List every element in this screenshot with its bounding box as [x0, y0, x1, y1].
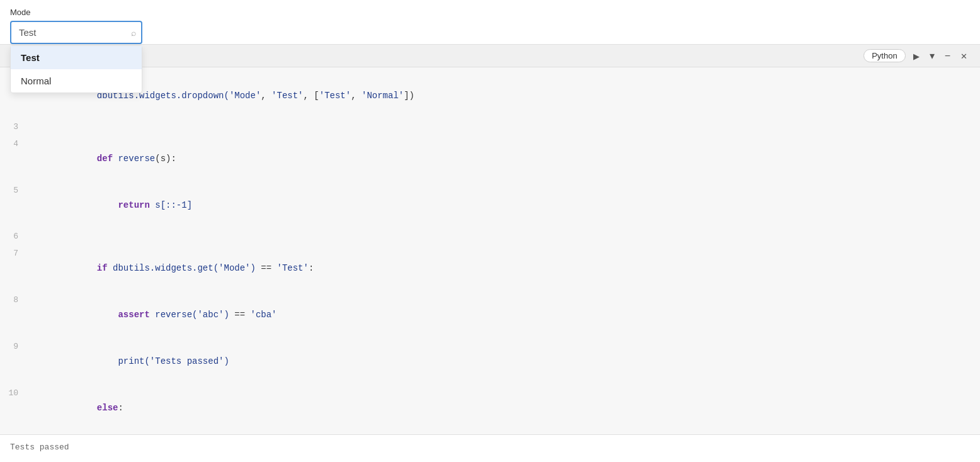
code-token: reverse( [155, 310, 197, 320]
code-token: , [ [304, 91, 319, 101]
line-number: 4 [0, 137, 28, 152]
line-content: assert reverse('abc') == 'cba' [28, 292, 980, 337]
line-content: dbutils.widgets.dropdown('Mode', 'Test',… [28, 73, 980, 118]
line-number: 3 [0, 120, 28, 135]
line-number: 6 [0, 229, 28, 244]
code-token: ) [251, 263, 256, 273]
close-button[interactable] [958, 50, 970, 62]
line-content: def reverse(s): [28, 136, 980, 181]
cell-toolbar: Python [0, 45, 980, 67]
line-number: 9 [0, 339, 28, 354]
output-area: Tests passed [0, 434, 980, 462]
dropdown-item-test[interactable]: Test [11, 46, 142, 69]
notebook-area: Python 2 d [0, 44, 980, 462]
code-token: else [97, 403, 118, 413]
code-token: , [351, 91, 362, 101]
code-token: 'Test' [277, 263, 309, 273]
code-token: print( [118, 356, 149, 366]
code-token: == [256, 263, 277, 273]
code-editor[interactable]: 2 dbutils.widgets.dropdown('Mode', 'Test… [0, 67, 980, 434]
line-number: 5 [0, 183, 28, 198]
code-token: 'Mode' [219, 263, 250, 273]
code-line: 3 [0, 119, 980, 135]
code-line: 4 def reverse(s): [0, 135, 980, 182]
code-token: 'Mode' [229, 91, 261, 101]
code-line: 5 return s[::-1] [0, 182, 980, 228]
line-content: print('Tests passed') [28, 339, 980, 384]
search-icon: ⌕ [131, 28, 136, 38]
widget-input-container: ⌕ Test Normal [10, 21, 142, 44]
run-button[interactable] [911, 50, 922, 62]
code-line: 8 assert reverse('abc') == 'cba' [0, 291, 980, 338]
code-token: (s): [155, 154, 176, 164]
line-content: else: [28, 385, 980, 431]
code-token: dbutils.widgets.get( [113, 263, 219, 273]
code-line: 10 else: [0, 385, 980, 431]
code-token: : [309, 263, 314, 273]
code-token: : [118, 403, 123, 413]
chevron-down-icon [930, 50, 935, 62]
line-number: 8 [0, 293, 28, 308]
mode-dropdown: Test Normal [10, 45, 142, 93]
dropdown-item-normal[interactable]: Normal [11, 69, 142, 93]
code-line: 6 [0, 228, 980, 245]
code-token: , [261, 91, 271, 101]
code-token: == [229, 310, 251, 320]
code-token: if [97, 263, 113, 273]
code-token: return [97, 200, 155, 210]
code-line: 7 if dbutils.widgets.get('Mode') == 'Tes… [0, 245, 980, 291]
line-content: return s[::-1] [28, 183, 980, 228]
minimize-button[interactable] [942, 49, 953, 63]
code-line: 2 dbutils.widgets.dropdown('Mode', 'Test… [0, 72, 980, 119]
close-icon [960, 51, 967, 61]
mode-search-input[interactable] [10, 21, 142, 44]
code-token: ) [224, 310, 229, 320]
code-token: 'abc' [197, 310, 224, 320]
code-token: 'Normal' [362, 91, 404, 101]
code-token: def [97, 154, 118, 164]
widget-area: Mode ⌕ Test Normal [0, 0, 980, 44]
page-container: Mode ⌕ Test Normal Python [0, 0, 980, 462]
line-number: 10 [0, 386, 28, 401]
line-number: 7 [0, 246, 28, 261]
minimize-icon [945, 50, 950, 62]
code-token: 'cba' [251, 310, 277, 320]
code-token [97, 356, 118, 366]
run-icon [913, 51, 920, 61]
widget-label: Mode [10, 8, 970, 17]
code-token: 'Test' [319, 91, 351, 101]
code-token: reverse [118, 154, 155, 164]
code-token: 'Test' [271, 91, 303, 101]
code-line: 9 print('Tests passed') [0, 338, 980, 385]
code-token: s[::-1] [155, 200, 192, 210]
code-token: 'Tests passed' [150, 356, 224, 366]
code-token: ) [224, 356, 229, 366]
output-text: Tests passed [10, 442, 69, 452]
code-token: assert [97, 310, 155, 320]
cell-container: Python 2 d [0, 45, 980, 462]
run-options-button[interactable] [927, 48, 937, 63]
code-token: ]) [404, 91, 414, 101]
line-content: if dbutils.widgets.get('Mode') == 'Test'… [28, 245, 980, 291]
language-badge: Python [863, 49, 905, 62]
